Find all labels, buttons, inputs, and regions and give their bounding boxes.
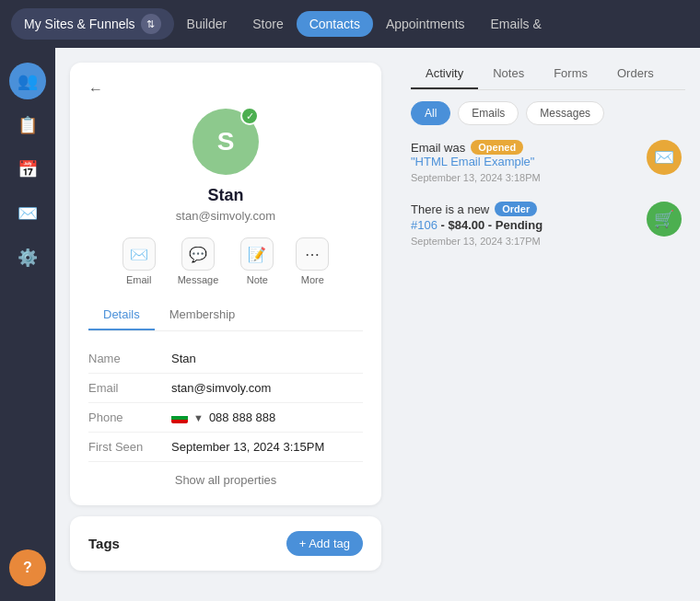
activity-item-email: Email was Opened "HTML Email Example" Se… [411,140,682,183]
more-action-label: More [301,274,324,285]
nav-contacts[interactable]: Contacts [297,11,373,37]
tab-forms[interactable]: Forms [539,59,602,89]
sidebar-calendar-icon[interactable]: 📅 [9,151,46,188]
field-phone: Phone ▼ 088 888 888 [88,403,363,433]
note-action-label: Note [247,274,268,285]
more-action-btn[interactable]: ⋯ More [296,237,329,285]
filter-all[interactable]: All [411,101,450,125]
contact-panel: ← S ✓ Stan stan@simvoly.com ✉️ Email 💬 [55,48,396,601]
content-area: ← S ✓ Stan stan@simvoly.com ✉️ Email 💬 [55,48,700,601]
email-prefix: Email was [411,141,465,155]
order-activity-icon: 🛒 [647,202,682,237]
field-email-value: stan@simvoly.com [171,381,271,395]
message-action-btn[interactable]: 💬 Message [178,237,219,285]
order-time: September 13, 2024 3:17PM [411,236,636,247]
activity-item-order: There is a new Order #106 - $84.00 - Pen… [411,202,682,247]
field-phone-label: Phone [88,410,171,424]
phone-dropdown[interactable]: ▼ [193,412,204,423]
email-activity-icon: ✉️ [647,140,682,175]
tab-details[interactable]: Details [88,300,155,330]
sidebar: 👥 📋 📅 ✉️ ⚙️ ? [0,48,55,601]
phone-number: 088 888 888 [209,410,275,424]
filter-messages[interactable]: Messages [526,101,604,125]
message-action-icon: 💬 [181,237,215,271]
email-time: September 13, 2024 3:18PM [411,172,636,183]
nav-emails[interactable]: Emails & [478,11,554,37]
note-action-btn[interactable]: 📝 Note [240,237,274,285]
contact-card: ← S ✓ Stan stan@simvoly.com ✉️ Email 💬 [70,63,381,505]
action-icons: ✉️ Email 💬 Message 📝 Note ⋯ More [88,237,363,285]
email-link[interactable]: "HTML Email Example" [411,155,636,168]
email-action-icon: ✉️ [122,237,156,271]
email-action-btn[interactable]: ✉️ Email [122,237,156,285]
field-first-seen: First Seen September 13, 2024 3:15PM [88,433,363,462]
field-name-value: Stan [171,352,196,365]
field-phone-value: ▼ 088 888 888 [171,410,275,424]
filter-row: All Emails Messages [411,101,685,125]
sidebar-contacts-icon[interactable]: 👥 [9,63,46,99]
sidebar-mail-icon[interactable]: ✉️ [9,195,46,232]
nav-builder[interactable]: Builder [174,11,240,37]
badge-order: Order [495,202,537,216]
flag-icon [171,412,188,423]
sidebar-help-icon[interactable]: ? [9,549,46,586]
field-email-label: Email [88,381,171,395]
tab-activity[interactable]: Activity [411,59,478,89]
activity-content-email: Email was Opened "HTML Email Example" Se… [411,140,636,183]
order-detail: #106 - $84.00 - Pending [411,218,636,232]
sidebar-clipboard-icon[interactable]: 📋 [9,107,46,144]
activity-content-order: There is a new Order #106 - $84.00 - Pen… [411,202,636,247]
activity-panel: Activity Notes Forms Orders All Emails M… [396,48,700,601]
badge-opened: Opened [471,140,523,155]
contact-email-sub: stan@simvoly.com [88,209,363,223]
add-tag-button[interactable]: + Add tag [286,531,363,556]
activity-line1-order: There is a new Order [411,202,636,216]
field-first-seen-value: September 13, 2024 3:15PM [171,440,324,454]
more-action-icon: ⋯ [296,237,329,271]
filter-emails[interactable]: Emails [458,101,519,125]
message-action-label: Message [178,274,219,285]
order-amount: - $84.00 - Pending [441,218,543,232]
field-email: Email stan@simvoly.com [88,374,363,403]
order-prefix: There is a new [411,202,489,216]
field-first-seen-label: First Seen [88,440,171,454]
show-all-properties-link[interactable]: Show all properties [88,462,363,487]
avatar-wrapper: S ✓ [88,109,363,175]
tab-notes[interactable]: Notes [478,59,539,89]
activity-line1-email: Email was Opened [411,140,636,155]
note-action-icon: 📝 [240,237,274,271]
main-layout: 👥 📋 📅 ✉️ ⚙️ ? ← S ✓ Stan stan@simvoly.co… [0,48,700,601]
nav-store[interactable]: Store [239,11,296,37]
activity-tabs: Activity Notes Forms Orders [411,59,685,90]
contact-name: Stan [88,186,363,205]
my-sites-label: My Sites & Funnels [24,17,135,31]
nav-appointments[interactable]: Appointments [373,11,478,37]
field-name: Name Stan [88,344,363,374]
tab-membership[interactable]: Membership [155,300,251,330]
back-button[interactable]: ← [88,81,103,98]
top-nav: My Sites & Funnels ⇅ Builder Store Conta… [0,0,700,48]
order-ref[interactable]: #106 [411,218,438,232]
avatar-check-icon: ✓ [240,107,259,125]
tab-orders[interactable]: Orders [602,59,669,89]
tags-card: Tags + Add tag [70,516,381,571]
swap-icon: ⇅ [141,14,161,34]
email-action-label: Email [126,274,152,285]
nav-my-sites[interactable]: My Sites & Funnels ⇅ [11,8,174,40]
field-name-label: Name [88,352,171,365]
activity-scroll: Email was Opened "HTML Email Example" Se… [411,140,685,590]
tags-title: Tags [88,536,120,551]
contact-tabs: Details Membership [88,300,363,331]
sidebar-settings-icon[interactable]: ⚙️ [9,239,46,276]
